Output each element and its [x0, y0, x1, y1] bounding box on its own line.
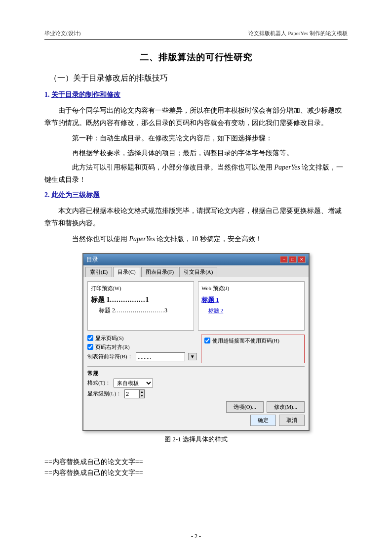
subsection-underline-1: 关于目录的制作和修改 [51, 91, 120, 98]
header-right: 论文排版机器人 PaperYes 制作的论文模板 [248, 30, 348, 37]
para6-part2: 论文排版，10 秒搞定，安全高效！ [155, 235, 262, 243]
dialog-check-hyperlink: 使用超链接而不使用页码(H) [204, 337, 301, 344]
dialog-web-preview: Web 预览(J) 标题 1 标题 2 [198, 281, 305, 331]
dialog-confirm-buttons: 确定 取消 [250, 415, 305, 426]
dialog-tab-0[interactable]: 索引(E) [85, 267, 112, 277]
modify-button[interactable]: 修改(M)... [267, 401, 305, 413]
checkbox-right-align[interactable] [87, 344, 93, 350]
spinner-down[interactable]: ▼ [140, 394, 144, 398]
tab-leader-input[interactable] [136, 352, 185, 361]
tab-leader-label: 制表符前导符(B)： [87, 353, 133, 360]
page-number: - 2 - [191, 533, 201, 540]
fig-caption: 图 2-1 选择具体的样式 [164, 435, 228, 444]
dialog-right-check: 使用超链接而不使用页码(H) [201, 335, 305, 363]
dialog-minimize-btn[interactable]: － [280, 256, 288, 263]
replace-line-2: ==内容替换成自己的论文文字== [44, 469, 348, 477]
dialog-print-header: 打印预览(W) [91, 285, 191, 292]
toc-print-page-0: 1 [146, 296, 149, 303]
dialog-left-checks: 显示页码(S) 页码右对齐(R) 制表符前导符(B)： ▼ [87, 335, 197, 363]
dialog-container: 目录 － □ ✕ 索引(E) 目录(C) 图表目录(F) 引文目录(A) [44, 253, 348, 450]
dialog-format-row: 格式(T)： 来自模板 [87, 379, 305, 387]
dialog-close-btn[interactable]: ✕ [298, 256, 306, 263]
section-title-1: （一）关于目录修改后的排版技巧 [49, 73, 348, 84]
paragraph-1: 由于每个同学写出的论文内容有一些差异，所以在使用本模板时候会有部分增加、减少标题… [44, 104, 348, 129]
format-label: 格式(T)： [87, 379, 111, 386]
para6-part1: 当然你也可以使用 [72, 235, 129, 243]
replace-line-1: ==内容替换成自己的论文文字== [44, 458, 348, 467]
toc-web-link-0: 标题 1 [201, 296, 219, 303]
dialog-check-section: 显示页码(S) 页码右对齐(R) 制表符前导符(B)： ▼ [87, 335, 305, 363]
dialog-tab-2[interactable]: 图表目录(F) [141, 267, 178, 277]
dialog-title: 目录 [86, 256, 98, 264]
paragraph-6: 当然你也可以使用 PaperYes 论文排版，10 秒搞定，安全高效！ [44, 233, 348, 245]
para4-part1: 此方法可以引用标题和页码，小部分修改目录。当然你也可以使用 [72, 164, 274, 171]
paragraph-4: 此方法可以引用标题和页码，小部分修改目录。当然你也可以使用 PaperYes 论… [44, 161, 348, 186]
dialog-print-preview: 打印预览(W) 标题 1................1 标题 2......… [87, 281, 194, 331]
dialog-option-buttons: 选项(O)... 修改(M)... [226, 401, 305, 413]
dialog-tabs: 索引(E) 目录(C) 图表目录(F) 引文目录(A) [83, 265, 309, 277]
cancel-button[interactable]: 取消 [279, 415, 305, 426]
levels-spinner: ▲ ▼ [124, 389, 145, 398]
subsection-number-2: 2. [44, 191, 50, 199]
para4-paperyes: PaperYes [274, 164, 300, 171]
dialog-check-right-align: 页码右对齐(R) [87, 343, 197, 351]
header-left: 毕业论文(设计) [44, 30, 80, 37]
dialog-general-label: 常规 [87, 370, 305, 377]
toc-web-link-1: 标题 2 [208, 307, 223, 313]
format-select[interactable]: 来自模板 [114, 379, 153, 387]
dialog-tab-1[interactable]: 目录(C) [113, 267, 140, 277]
subsection-number-1: 1. [44, 91, 50, 98]
spinner-arrows: ▲ ▼ [139, 389, 145, 398]
toc-print-dots-1: ......................... [115, 307, 164, 314]
levels-input[interactable] [124, 389, 139, 398]
check-hyperlink-label: 使用超链接而不使用页码(H) [212, 337, 279, 344]
dialog-preview-cols: 打印预览(W) 标题 1................1 标题 2......… [87, 281, 305, 331]
checkbox-hyperlink[interactable] [204, 338, 210, 343]
dialog-bottom-area: 选项(O)... 修改(M)... 确定 取消 [87, 401, 305, 426]
dialog-web-header: Web 预览(J) [201, 285, 301, 292]
toc-web-entry-0: 标题 1 [201, 294, 301, 306]
toc-print-text-1: 标题 2 [99, 307, 115, 314]
dialog-levels-row: 显示级别(L)： ▲ ▼ [87, 389, 305, 398]
subsection-text-1: 关于目录的制作和修改 [51, 91, 120, 98]
paragraph-2: 第一种：自动生成目录。在修改完论文内容后，如下图选择步骤： [44, 132, 348, 144]
page-header: 毕业论文(设计) 论文排版机器人 PaperYes 制作的论文模板 [44, 30, 348, 40]
para6-paperyes: PaperYes [129, 235, 155, 243]
levels-label: 显示级别(L)： [87, 390, 121, 397]
dialog-divider [87, 366, 305, 367]
dialog-body: 打印预览(W) 标题 1................1 标题 2......… [83, 277, 309, 430]
toc-print-entry-0: 标题 1................1 [91, 294, 191, 306]
page-footer: - 2 - [0, 533, 392, 540]
page: 毕业论文(设计) 论文排版机器人 PaperYes 制作的论文模板 二、排版算法… [0, 0, 392, 555]
dialog-tab-3[interactable]: 引文目录(A) [179, 267, 217, 277]
toc-print-page-1: 3 [164, 307, 167, 314]
check-show-page-label: 显示页码(S) [95, 335, 123, 342]
dialog-check-show-page: 显示页码(S) [87, 335, 197, 342]
subsection-text-2: 此处为三级标题 [51, 191, 100, 199]
toc-print-dots-0: ................ [110, 296, 146, 303]
chapter-title: 二、排版算法的可行性研究 [44, 51, 348, 63]
toc-web-entry-1: 标题 2 [201, 305, 301, 315]
ok-button[interactable]: 确定 [250, 415, 276, 426]
dialog-right-buttons: 选项(O)... 修改(M)... 确定 取消 [226, 401, 305, 426]
paragraph-3: 再根据学校要求，选择具体的项目；最后，调整目录的字体字号段落等。 [44, 147, 348, 159]
dialog-dropdown-arrow[interactable]: ▼ [188, 353, 197, 360]
checkbox-show-page[interactable] [87, 335, 93, 341]
dialog-titlebar: 目录 － □ ✕ [83, 254, 309, 265]
subsection-title-2: 2. 此处为三级标题 [44, 191, 348, 200]
check-right-align-label: 页码右对齐(R) [95, 343, 130, 351]
paragraph-5: 本文内容已根据本校论文格式规范排版完毕，请撰写论文内容，根据自己需要更换标题、增… [44, 205, 348, 229]
dialog-maximize-btn[interactable]: □ [289, 256, 297, 263]
dialog-tab-leader-row: 制表符前导符(B)： ▼ [87, 352, 197, 361]
dialog-box: 目录 － □ ✕ 索引(E) 目录(C) 图表目录(F) 引文目录(A) [82, 253, 310, 431]
dialog-titlebar-buttons: － □ ✕ [280, 256, 306, 263]
toc-print-text-0: 标题 1 [91, 296, 110, 303]
toc-print-entry-1: 标题 2.........................3 [91, 305, 191, 315]
options-button[interactable]: 选项(O)... [226, 401, 264, 413]
spinner-up[interactable]: ▲ [140, 390, 144, 394]
subsection-title-1: 1. 关于目录的制作和修改 [44, 90, 348, 99]
